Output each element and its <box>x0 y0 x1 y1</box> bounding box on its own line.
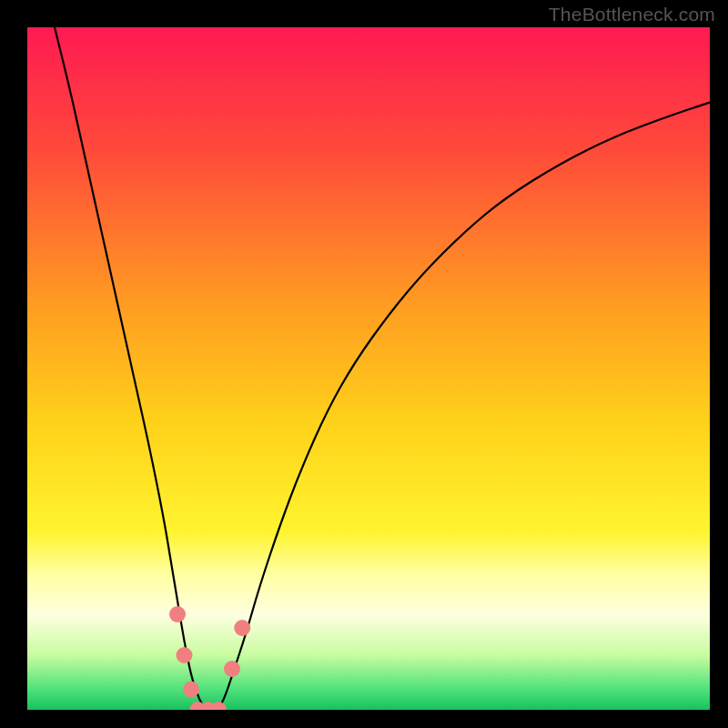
bottleneck-chart <box>27 27 710 710</box>
marker-dot <box>177 647 193 663</box>
chart-frame: TheBottleneck.com <box>0 0 728 728</box>
chart-background <box>27 27 710 710</box>
marker-dot <box>224 661 240 677</box>
marker-dot <box>169 606 186 622</box>
marker-dot <box>183 682 199 698</box>
watermark-text: TheBottleneck.com <box>549 4 715 25</box>
marker-dot <box>234 620 250 636</box>
